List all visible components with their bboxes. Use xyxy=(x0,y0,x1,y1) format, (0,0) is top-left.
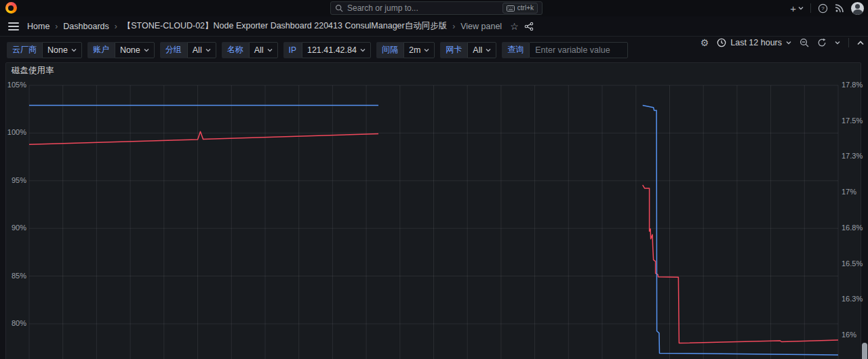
chevron-down-icon xyxy=(71,48,77,52)
variable-label: 间隔 xyxy=(376,42,403,58)
variable-name: 名称 All xyxy=(222,42,278,58)
variable-label: 查询 xyxy=(502,42,529,58)
breadcrumb-home[interactable]: Home xyxy=(27,22,50,31)
variable-select[interactable]: All xyxy=(187,42,216,58)
chevron-down-icon xyxy=(360,48,366,52)
breadcrumb-dashboards[interactable]: Dashboards xyxy=(63,22,108,31)
menu-icon xyxy=(8,20,19,33)
y-axis-left-tick: 85% xyxy=(6,272,26,280)
grafana-app: Search or jump to... ctrl+k + ? Home xyxy=(0,0,868,359)
series-disk-usage-left-axis xyxy=(643,185,838,343)
variable-label: 云厂商 xyxy=(7,42,42,58)
chevron-down-icon xyxy=(267,48,273,52)
chevron-down-icon xyxy=(205,48,211,52)
svg-text:?: ? xyxy=(821,5,825,12)
y-axis-right-tick: 16.3% xyxy=(842,295,863,303)
chevron-down-icon xyxy=(144,48,149,52)
variable-label: IP xyxy=(283,42,302,58)
dashboard-variables-bar: 云厂商 None 账户 None 分组 All 名称 All IP 121.41… xyxy=(0,37,868,62)
variable-select[interactable]: 121.41.42.84 xyxy=(302,42,371,58)
mega-menu-toggle[interactable] xyxy=(8,20,19,33)
y-axis-left-tick: 80% xyxy=(6,319,26,328)
series-disk-usage-left-axis xyxy=(29,131,378,144)
chevron-right-icon: › xyxy=(55,22,58,31)
y-axis-left-tick: 100% xyxy=(6,128,26,137)
plus-icon: + xyxy=(790,3,796,14)
variable-group: 分组 All xyxy=(160,42,216,58)
chart-gridlines xyxy=(29,85,838,359)
y-axis-right-tick: 17.5% xyxy=(842,117,863,125)
y-axis-right-tick: 17% xyxy=(842,188,856,196)
variable-select[interactable]: None xyxy=(115,42,155,58)
star-icon[interactable]: ☆ xyxy=(510,21,519,32)
variable-network-card: 网卡 All xyxy=(440,42,496,58)
chevron-down-icon xyxy=(798,6,804,10)
search-icon xyxy=(335,4,343,12)
top-nav-bar: Search or jump to... ctrl+k + ? xyxy=(0,0,868,16)
variable-label: 名称 xyxy=(222,42,249,58)
search-input[interactable]: Search or jump to... ctrl+k xyxy=(330,1,542,15)
y-axis-right-tick: 17.3% xyxy=(842,152,863,161)
time-series-chart[interactable] xyxy=(6,63,862,359)
variable-ip: IP 121.41.42.84 xyxy=(283,42,371,58)
news-icon[interactable] xyxy=(835,3,844,13)
y-axis-left-tick: 95% xyxy=(6,176,26,185)
chevron-right-icon: › xyxy=(115,22,117,31)
variable-interval: 间隔 2m xyxy=(376,42,435,58)
variable-cloud-vendor: 云厂商 None xyxy=(7,42,82,58)
scrollbar-thumb[interactable] xyxy=(862,343,867,359)
shortcut-badge: ctrl+k xyxy=(502,3,538,14)
y-axis-right-tick: 16.8% xyxy=(842,224,863,232)
variable-select[interactable]: 2m xyxy=(403,42,435,58)
variable-select[interactable]: None xyxy=(42,42,82,58)
variable-account: 账户 None xyxy=(87,42,155,58)
keyboard-icon xyxy=(507,5,515,12)
variable-label: 分组 xyxy=(160,42,187,58)
variable-query-input[interactable] xyxy=(529,42,628,58)
variable-select[interactable]: All xyxy=(467,42,496,58)
y-axis-right-tick: 17.8% xyxy=(842,81,863,89)
chevron-down-icon xyxy=(486,48,491,52)
chevron-down-icon xyxy=(424,48,429,52)
share-icon[interactable] xyxy=(524,22,534,31)
breadcrumb-view-panel: View panel xyxy=(460,22,502,31)
search-placeholder: Search or jump to... xyxy=(347,3,498,13)
variable-label: 账户 xyxy=(87,42,115,58)
help-icon[interactable]: ? xyxy=(818,3,828,14)
y-axis-right-tick: 16.5% xyxy=(842,259,863,268)
grafana-logo-icon[interactable] xyxy=(5,2,17,14)
divider xyxy=(810,3,811,13)
disk-usage-panel: 磁盘使用率 105%100%95%90%85%80% 17.8%17.5%17.… xyxy=(5,62,861,359)
breadcrumb-bar: Home › Dashboards › 【STONE-CLOUD-02】Node… xyxy=(0,16,868,37)
y-axis-left-tick: 105% xyxy=(6,81,26,89)
y-axis-right-tick: 16% xyxy=(842,331,856,339)
new-button[interactable]: + xyxy=(790,3,804,14)
variable-query: 查询 xyxy=(502,42,628,58)
y-axis-left-tick: 90% xyxy=(6,224,26,232)
variable-select[interactable]: All xyxy=(249,42,278,58)
breadcrumb: Home › Dashboards › 【STONE-CLOUD-02】Node… xyxy=(27,20,534,32)
chevron-right-icon: › xyxy=(452,22,455,31)
shortcut-label: ctrl+k xyxy=(517,4,534,12)
user-avatar[interactable] xyxy=(851,2,864,15)
variable-label: 网卡 xyxy=(440,42,467,58)
breadcrumb-dashboard-title[interactable]: 【STONE-CLOUD-02】Node Exporter Dashboard … xyxy=(123,20,447,32)
series-disk-usage-right-axis xyxy=(643,106,838,356)
